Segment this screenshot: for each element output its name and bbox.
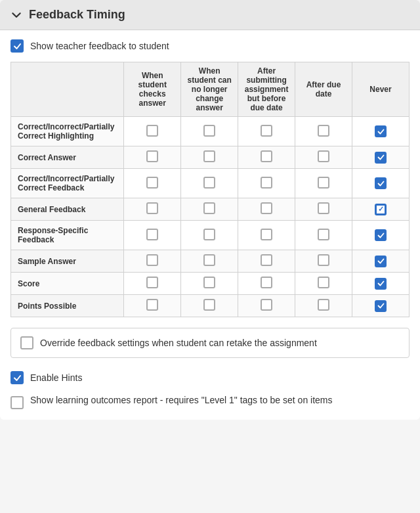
collapse-icon[interactable] [10, 9, 22, 21]
row-label: Correct/Incorrect/Partially Correct Feed… [11, 169, 124, 198]
col-header-never: Never [352, 62, 410, 117]
learning-outcomes-label: Show learning outcomes report - requires… [30, 395, 333, 405]
table-checkbox-empty[interactable] [146, 177, 158, 189]
table-row: Points Possible [11, 295, 410, 317]
table-checkbox-empty[interactable] [318, 277, 329, 288]
col-header-checks-answer: When student checks answer [124, 62, 181, 117]
table-checkbox-checked[interactable] [375, 300, 387, 312]
table-checkbox-empty[interactable] [318, 150, 329, 162]
table-checkbox-empty[interactable] [203, 125, 215, 137]
table-checkbox-empty[interactable] [318, 125, 329, 137]
table-checkbox-checked[interactable] [375, 229, 387, 241]
table-row: Correct/Incorrect/Partially Correct High… [11, 117, 410, 146]
table-checkbox-checked[interactable] [375, 278, 387, 290]
table-checkbox-empty[interactable] [318, 202, 329, 214]
feedback-table: When student checks answer When student … [10, 62, 410, 317]
table-checkbox-empty[interactable] [203, 150, 215, 162]
show-feedback-checkbox[interactable] [10, 39, 24, 53]
table-checkbox-empty[interactable] [318, 177, 329, 189]
learning-outcomes-row: Show learning outcomes report - requires… [0, 391, 420, 420]
col-header-after-submitting: After submitting assignment but before d… [238, 62, 295, 117]
table-checkbox-checked[interactable] [375, 125, 387, 137]
section-title: Feedback Timing [29, 8, 125, 22]
table-checkbox-empty[interactable] [146, 299, 158, 311]
table-checkbox-empty[interactable] [318, 254, 329, 266]
row-label: General Feedback [11, 198, 124, 221]
table-row: Score [11, 273, 410, 295]
row-label: Score [11, 273, 124, 295]
table-checkbox-empty[interactable] [261, 254, 272, 266]
table-checkbox-checked[interactable] [375, 152, 387, 164]
table-checkbox-empty[interactable] [261, 125, 272, 137]
table-checkbox-empty[interactable] [203, 229, 215, 240]
table-checkbox-checked[interactable] [375, 177, 387, 189]
show-feedback-label: Show teacher feedback to student [30, 41, 169, 51]
table-checkbox-checked[interactable] [375, 256, 387, 267]
table-checkbox-empty[interactable] [261, 229, 272, 240]
row-label: Points Possible [11, 295, 124, 317]
table-checkbox-empty[interactable] [203, 202, 215, 214]
section-header[interactable]: Feedback Timing [0, 0, 420, 30]
col-header-after-due: After due date [295, 62, 352, 117]
table-row: Correct Answer [11, 146, 410, 169]
show-feedback-row: Show teacher feedback to student [0, 30, 420, 62]
enable-hints-row: Enable Hints [0, 367, 420, 391]
table-checkbox-empty[interactable] [146, 150, 158, 162]
override-row: Override feedback settings when student … [10, 328, 410, 358]
col-header-no-longer-change: When student can no longer change answer [181, 62, 238, 117]
row-label: Sample Answer [11, 250, 124, 273]
table-checkbox-empty[interactable] [146, 254, 158, 266]
row-label: Response-Specific Feedback [11, 221, 124, 250]
row-label: Correct Answer [11, 146, 124, 169]
table-checkbox-empty[interactable] [261, 202, 272, 214]
table-checkbox-empty[interactable] [203, 177, 215, 189]
table-checkbox-empty[interactable] [261, 177, 272, 189]
table-checkbox-never-outline[interactable] [375, 204, 387, 215]
table-checkbox-empty[interactable] [203, 299, 215, 311]
learning-outcomes-checkbox[interactable] [10, 396, 24, 409]
enable-hints-checkbox[interactable] [10, 371, 24, 384]
col-header-empty [11, 62, 124, 117]
table-checkbox-empty[interactable] [318, 299, 329, 311]
table-checkbox-empty[interactable] [146, 125, 158, 137]
table-checkbox-empty[interactable] [261, 299, 272, 311]
row-label: Correct/Incorrect/Partially Correct High… [11, 117, 124, 146]
table-checkbox-empty[interactable] [146, 277, 158, 288]
table-row: Sample Answer [11, 250, 410, 273]
feedback-timing-section: Feedback Timing Show teacher feedback to… [0, 0, 420, 420]
table-row: Response-Specific Feedback [11, 221, 410, 250]
table-checkbox-empty[interactable] [146, 202, 158, 214]
table-checkbox-empty[interactable] [261, 150, 272, 162]
table-checkbox-empty[interactable] [203, 254, 215, 266]
enable-hints-label: Enable Hints [30, 372, 82, 383]
table-checkbox-empty[interactable] [203, 277, 215, 288]
override-checkbox[interactable] [20, 336, 33, 349]
table-checkbox-empty[interactable] [146, 229, 158, 240]
override-label: Override feedback settings when student … [40, 338, 317, 348]
table-row: General Feedback [11, 198, 410, 221]
table-checkbox-empty[interactable] [261, 277, 272, 288]
table-row: Correct/Incorrect/Partially Correct Feed… [11, 169, 410, 198]
table-checkbox-empty[interactable] [318, 229, 329, 240]
